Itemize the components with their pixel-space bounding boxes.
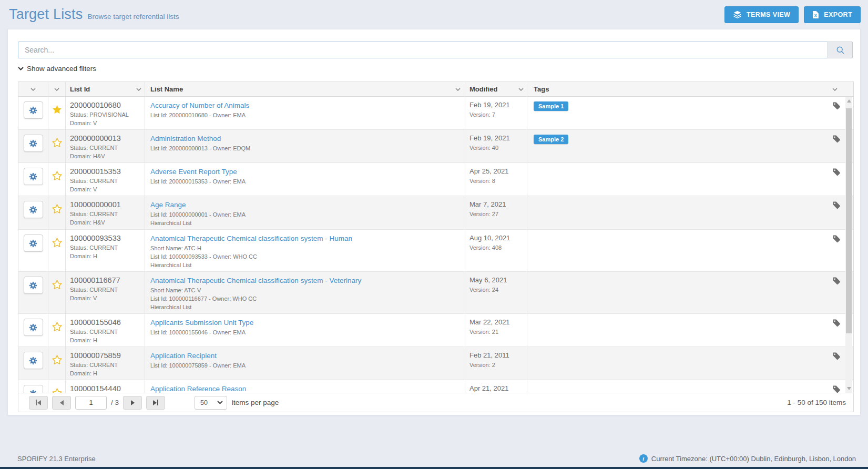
tag-icon[interactable] xyxy=(832,352,841,362)
tag-icon[interactable] xyxy=(832,168,841,178)
page-size-select[interactable]: 50 xyxy=(195,396,227,410)
export-button[interactable]: x EXPORT xyxy=(804,6,861,23)
favorite-star-icon[interactable] xyxy=(52,279,63,292)
chevron-down-icon xyxy=(217,401,223,404)
gear-icon xyxy=(28,323,38,332)
advanced-filters-label: Show advanced filters xyxy=(27,65,96,73)
favorite-star-icon[interactable] xyxy=(52,354,63,368)
list-name-link[interactable]: Application Reference Reason xyxy=(150,384,246,393)
list-name-header-label: List Name xyxy=(150,85,183,93)
list-status-line: Status: CURRENT xyxy=(70,361,145,369)
list-domain-line: Domain: V xyxy=(70,294,145,302)
gear-icon xyxy=(28,106,38,115)
list-meta-line: Hierarchical List xyxy=(150,261,465,269)
previous-page-button[interactable] xyxy=(52,396,71,410)
vertical-scrollbar[interactable] xyxy=(845,97,852,393)
search-icon xyxy=(836,46,845,55)
modified-date: Mar 22, 2021 xyxy=(469,318,527,327)
column-menu-settings[interactable] xyxy=(18,82,48,96)
file-excel-icon: x xyxy=(812,11,819,19)
items-range-label: 1 - 50 of 150 items xyxy=(787,399,846,406)
list-status-line: Status: CURRENT xyxy=(70,286,145,293)
row-settings-button[interactable] xyxy=(24,319,43,336)
last-page-button[interactable] xyxy=(146,396,165,410)
tag-icon[interactable] xyxy=(832,201,841,211)
search-button[interactable] xyxy=(828,42,853,58)
scrollbar-thumb[interactable] xyxy=(846,108,852,333)
row-settings-button[interactable] xyxy=(24,234,43,252)
next-page-button[interactable] xyxy=(123,396,142,410)
table-row: 100000093533 Status: CURRENT Domain: H A… xyxy=(18,230,853,272)
column-header-tags[interactable]: Tags xyxy=(527,82,853,96)
list-meta-line: Hierarchical List xyxy=(150,303,465,311)
list-id-value: 100000116677 xyxy=(70,276,145,285)
page-number-input[interactable] xyxy=(75,396,107,410)
list-name-link[interactable]: Application Recipient xyxy=(150,351,217,361)
list-id-header-label: List Id xyxy=(70,85,90,93)
page-title: Target Lists xyxy=(9,6,83,23)
tag-icon[interactable] xyxy=(832,385,841,393)
column-header-modified[interactable]: Modified xyxy=(465,82,527,96)
list-domain-line: Domain: H&V xyxy=(70,219,145,226)
row-settings-button[interactable] xyxy=(24,101,43,119)
tag-icon[interactable] xyxy=(832,277,841,287)
modified-date: Mar 7, 2021 xyxy=(469,200,527,209)
first-page-button[interactable] xyxy=(29,396,48,410)
scroll-down-icon[interactable] xyxy=(847,387,851,390)
list-id-value: 100000075859 xyxy=(70,351,145,360)
advanced-filters-toggle[interactable]: Show advanced filters xyxy=(18,65,96,73)
column-menu-icon xyxy=(136,88,141,91)
terms-view-button[interactable]: TERMS VIEW xyxy=(724,6,799,23)
list-status-line: Status: CURRENT xyxy=(70,210,145,218)
row-settings-button[interactable] xyxy=(24,385,43,393)
list-name-link[interactable]: Accuracy of Number of Animals xyxy=(150,101,249,110)
list-id-value: 100000093533 xyxy=(70,233,145,243)
list-name-link[interactable]: Anatomical Therapeutic Chemical classifi… xyxy=(150,234,352,243)
column-header-list-name[interactable]: List Name xyxy=(145,82,465,96)
modified-date: May 6, 2021 xyxy=(469,276,527,285)
favorite-star-icon[interactable] xyxy=(52,388,63,393)
list-name-link[interactable]: Applicants Submission Unit Type xyxy=(150,318,253,328)
modified-date: Aug 10, 2021 xyxy=(469,233,527,243)
list-meta-line: List Id: 100000116677 - Owner: WHO CC xyxy=(150,295,465,302)
page-size-value: 50 xyxy=(200,399,208,406)
list-name-link[interactable]: Adverse Event Report Type xyxy=(150,167,237,177)
search-input[interactable] xyxy=(18,42,828,58)
favorite-star-icon[interactable] xyxy=(52,137,63,150)
favorite-star-icon[interactable] xyxy=(52,170,63,183)
list-meta-line: List Id: 100000093533 - Owner: WHO CC xyxy=(150,253,465,260)
list-status-line: Status: CURRENT xyxy=(70,328,145,335)
modified-date: Feb 19, 2021 xyxy=(469,134,527,143)
tag-icon[interactable] xyxy=(832,135,841,145)
table-header-row: List Id List Name Modified Tags xyxy=(18,82,853,97)
list-meta-line: List Id: 200000015353 - Owner: EMA xyxy=(150,178,465,185)
row-settings-button[interactable] xyxy=(24,277,43,294)
page-header: Target Lists Browse target referential l… xyxy=(0,0,868,29)
table-row: 100000075859 Status: CURRENT Domain: H A… xyxy=(18,347,853,380)
bottom-accent-bar xyxy=(0,467,868,469)
scroll-up-icon[interactable] xyxy=(847,99,851,103)
version-line: Version: 27 xyxy=(469,210,527,218)
list-name-link[interactable]: Age Range xyxy=(150,200,186,210)
modified-date: Apr 25, 2021 xyxy=(469,167,527,176)
favorite-star-icon[interactable] xyxy=(52,203,63,217)
row-settings-button[interactable] xyxy=(24,168,43,185)
footer: SPORIFY 21.3 Enterprise i Current Timezo… xyxy=(17,454,856,463)
row-settings-button[interactable] xyxy=(24,352,43,369)
tag-icon[interactable] xyxy=(832,234,841,245)
column-header-list-id[interactable]: List Id xyxy=(66,82,145,96)
tag-icon[interactable] xyxy=(832,319,841,329)
row-settings-button[interactable] xyxy=(24,201,43,218)
favorite-star-icon[interactable] xyxy=(52,237,63,250)
list-name-link[interactable]: Administration Method xyxy=(150,134,221,144)
column-menu-favorite[interactable] xyxy=(48,82,66,96)
list-name-link[interactable]: Anatomical Therapeutic Chemical classifi… xyxy=(150,276,361,286)
main-panel: Show advanced filters List Id List Name … xyxy=(7,29,861,415)
table-row: 100000155046 Status: CURRENT Domain: H A… xyxy=(18,314,853,347)
version-line: Version: 8 xyxy=(469,177,527,185)
favorite-star-icon[interactable] xyxy=(52,104,63,117)
row-settings-button[interactable] xyxy=(24,135,43,152)
tag-icon[interactable] xyxy=(832,101,841,112)
version-line: Version: 21 xyxy=(469,328,527,335)
favorite-star-icon[interactable] xyxy=(52,321,63,334)
